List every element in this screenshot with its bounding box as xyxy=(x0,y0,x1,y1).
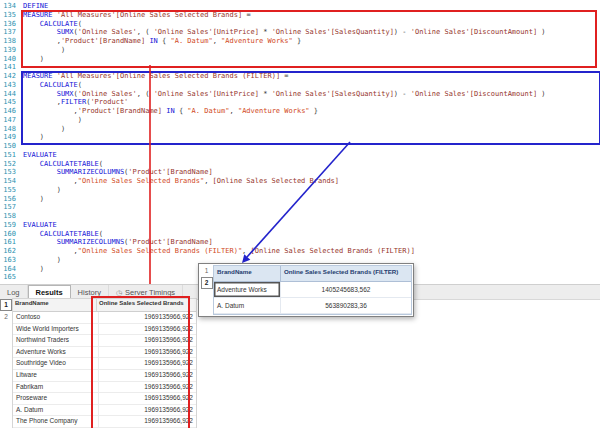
tab-log[interactable]: Log xyxy=(0,285,28,299)
resultset-1-button[interactable]: 1 xyxy=(0,299,12,311)
value-cell[interactable]: 1969135966,922 xyxy=(99,335,196,346)
line-number: 160 xyxy=(0,230,16,239)
line-number: 158 xyxy=(0,212,16,221)
code-line[interactable]: 153SUMMARIZECOLUMNS('Product'[BrandName] xyxy=(0,168,600,177)
table-row[interactable]: A. Datum1969135966,922 xyxy=(13,405,196,417)
line-number: 146 xyxy=(0,107,16,116)
line-number: 148 xyxy=(0,125,16,134)
value-cell[interactable]: 1969135966,922 xyxy=(99,393,196,404)
code-line[interactable]: 146,'Product'[BrandName] IN { "A. Datum"… xyxy=(0,107,600,116)
code-line[interactable]: 150 xyxy=(0,142,600,151)
resultset-2-button[interactable]: 2 xyxy=(201,277,213,289)
brand-cell[interactable]: Southridge Video xyxy=(13,358,99,369)
line-number: 156 xyxy=(0,195,16,204)
code-line[interactable]: 157 xyxy=(0,203,600,212)
line-number: 135 xyxy=(0,11,16,20)
brand-cell[interactable]: Proseware xyxy=(13,393,99,404)
column-header-brandname[interactable]: BrandName xyxy=(13,299,97,311)
inset-table-row[interactable]: Adventure Works1405245683,562 xyxy=(214,282,411,298)
line-number: 164 xyxy=(0,265,16,274)
line-number: 153 xyxy=(0,168,16,177)
table-row[interactable]: Southridge Video1969135966,922 xyxy=(13,358,196,370)
resultset-1-button[interactable]: 1 xyxy=(202,266,212,276)
tab-label: Log xyxy=(7,288,20,297)
brand-cell[interactable]: The Phone Company xyxy=(13,416,99,427)
code-line[interactable]: 160CALCULATETABLE( xyxy=(0,230,600,239)
value-cell[interactable]: 1969135966,922 xyxy=(99,324,196,335)
tab-history[interactable]: History xyxy=(71,285,109,299)
tab-label: History xyxy=(78,288,101,297)
code-line[interactable]: 159EVALUATE xyxy=(0,221,600,230)
code-line[interactable]: 151EVALUATE xyxy=(0,151,600,160)
inset-table-row[interactable]: A. Datum563890283,36 xyxy=(214,298,411,314)
value-cell[interactable]: 1969135966,922 xyxy=(99,347,196,358)
resultset-2-button[interactable]: 2 xyxy=(1,312,11,322)
column-header-online-sales-selected-brands[interactable]: Online Sales Selected Brands xyxy=(97,299,192,311)
table-row[interactable]: The Phone Company1969135966,922 xyxy=(13,416,196,428)
code-line[interactable]: 144SUMX('Online Sales', ( 'Online Sales'… xyxy=(0,90,600,99)
code-line[interactable]: 147) xyxy=(0,116,600,125)
code-line[interactable]: 134DEFINE xyxy=(0,2,600,11)
code-line[interactable]: 140) xyxy=(0,55,600,64)
brand-cell[interactable]: Northwind Traders xyxy=(13,335,99,346)
code-line[interactable]: 136CALCULATE( xyxy=(0,20,600,29)
code-line[interactable]: 149) xyxy=(0,133,600,142)
code-line[interactable]: 152CALCULATETABLE( xyxy=(0,160,600,169)
filter-results-inset: 12 BrandName Online Sales Selected Brand… xyxy=(198,263,414,317)
code-line[interactable]: 142MEASURE 'All Measures'[Online Sales S… xyxy=(0,72,600,81)
code-line[interactable]: 145,FILTER('Product' xyxy=(0,98,600,107)
line-number: 138 xyxy=(0,37,16,46)
value-cell[interactable]: 1969135966,922 xyxy=(99,416,196,427)
table-row[interactable]: Litware1969135966,922 xyxy=(13,370,196,382)
line-number: 162 xyxy=(0,247,16,256)
code-line[interactable]: 148) xyxy=(0,125,600,134)
code-line[interactable]: 139) xyxy=(0,46,600,55)
inset-brand-cell[interactable]: Adventure Works xyxy=(214,282,281,297)
tab-server-timings[interactable]: ◷Server Timings xyxy=(109,285,183,299)
code-line[interactable]: 162,"Online Sales Selected Brands (FILTE… xyxy=(0,247,600,256)
inset-brand-cell[interactable]: A. Datum xyxy=(214,298,281,313)
brand-cell[interactable]: A. Datum xyxy=(13,405,99,416)
code-line[interactable]: 155) xyxy=(0,186,600,195)
code-line[interactable]: 138,'Product'[BrandName] IN { "A. Datum"… xyxy=(0,37,600,46)
brand-cell[interactable]: Litware xyxy=(13,370,99,381)
code-line[interactable]: 161SUMMARIZECOLUMNS('Product'[BrandName] xyxy=(0,238,600,247)
value-cell[interactable]: 1969135966,922 xyxy=(99,370,196,381)
value-cell[interactable]: 1969135966,922 xyxy=(99,382,196,393)
code-line[interactable]: 137SUMX('Online Sales', ( 'Online Sales'… xyxy=(0,28,600,37)
value-cell[interactable]: 1969135966,922 xyxy=(99,405,196,416)
inset-resultset-selector: 12 xyxy=(200,265,213,315)
table-row[interactable]: Contoso1969135966,922 xyxy=(13,312,196,324)
table-row[interactable]: Adventure Works1969135966,922 xyxy=(13,347,196,359)
table-row[interactable]: Proseware1969135966,922 xyxy=(13,393,196,405)
brand-cell[interactable]: Wide World Importers xyxy=(13,324,99,335)
line-number: 147 xyxy=(0,116,16,125)
code-line[interactable]: 154,"Online Sales Selected Brands", [Onl… xyxy=(0,177,600,186)
inset-value-cell[interactable]: 1405245683,562 xyxy=(281,282,411,297)
inset-value-cell[interactable]: 563890283,36 xyxy=(281,298,411,313)
line-number: 165 xyxy=(0,273,16,282)
code-line[interactable]: 141 xyxy=(0,63,600,72)
inset-column-header-filter-measure[interactable]: Online Sales Selected Brands (FILTER) xyxy=(281,266,411,281)
code-editor[interactable]: 134DEFINE135MEASURE 'All Measures'[Onlin… xyxy=(0,2,600,282)
value-cell[interactable]: 1969135966,922 xyxy=(99,358,196,369)
server-timings-icon: ◷ xyxy=(116,289,122,296)
results-grid-body: Contoso1969135966,922Wide World Importer… xyxy=(13,312,196,428)
code-line[interactable]: 156) xyxy=(0,195,600,204)
code-line[interactable]: 158 xyxy=(0,212,600,221)
brand-cell[interactable]: Contoso xyxy=(13,312,99,323)
table-row[interactable]: Wide World Importers1969135966,922 xyxy=(13,324,196,336)
inset-column-header-brandname[interactable]: BrandName xyxy=(214,266,281,281)
line-number: 141 xyxy=(0,63,16,72)
table-row[interactable]: Northwind Traders1969135966,922 xyxy=(13,335,196,347)
brand-cell[interactable]: Fabrikam xyxy=(13,382,99,393)
line-number: 143 xyxy=(0,81,16,90)
value-cell[interactable]: 1969135966,922 xyxy=(99,312,196,323)
table-row[interactable]: Fabrikam1969135966,922 xyxy=(13,382,196,394)
tab-results[interactable]: Results xyxy=(28,285,71,299)
line-number: 142 xyxy=(0,72,16,81)
code-line[interactable]: 135MEASURE 'All Measures'[Online Sales S… xyxy=(0,11,600,20)
brand-cell[interactable]: Adventure Works xyxy=(13,347,99,358)
code-line[interactable]: 143CALCULATE( xyxy=(0,81,600,90)
tab-label: Server Timings xyxy=(125,288,175,297)
